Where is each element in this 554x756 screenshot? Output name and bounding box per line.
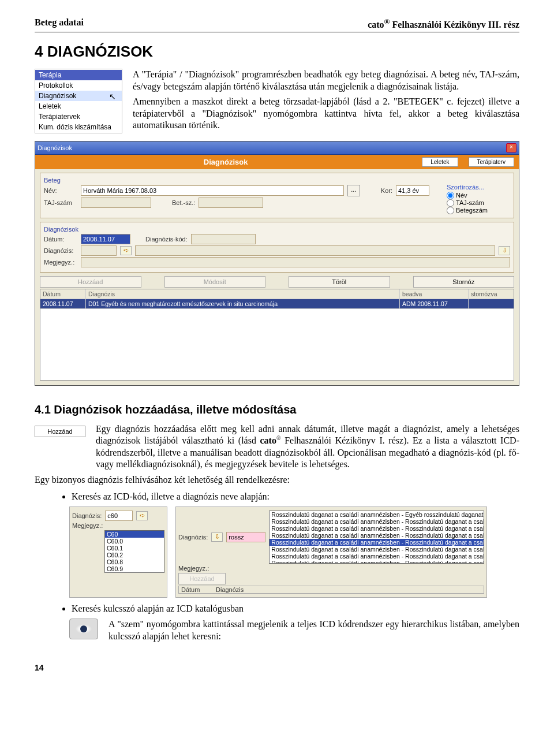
header-bar: Diagnózisok Leletek Terápiaterv: [35, 155, 519, 169]
window-titlebar: Diagnózisok ×: [35, 141, 519, 155]
header-right: cato® Felhasználói Kézikönyv III. rész: [368, 17, 519, 30]
modify-button[interactable]: Módosít: [164, 276, 266, 288]
search-by-code-shot: Diagnózis: c60 ➪ Megjegyz.: C60 C60.0 C6…: [69, 507, 167, 598]
eye-paragraph: A "szem" nyomógombra kattintással megjel…: [108, 619, 519, 642]
hozzaad-button-image[interactable]: Hozzáad: [35, 426, 85, 437]
arrow-down-icon[interactable]: ⇩: [499, 246, 510, 255]
close-icon[interactable]: ×: [506, 143, 516, 152]
sb-hozzaad-button[interactable]: Hozzáad: [178, 573, 226, 584]
leletek-button[interactable]: Leletek: [422, 157, 458, 167]
patient-panel-label: Beteg: [44, 177, 510, 184]
patient-panel: Beteg Név: Horváth Mária 1967.08.03 ... …: [40, 173, 514, 218]
sort-radio-taj[interactable]: TAJ-szám: [447, 199, 510, 207]
diagnoses-window-screenshot: Diagnózisok × Diagnózisok Leletek Terápi…: [35, 141, 519, 386]
sort-panel: Szortírozás... Név TAJ-szám Betegszám: [447, 184, 510, 214]
add-button[interactable]: Hozzáad: [40, 276, 141, 288]
sa-megj-label: Megjegyz.:: [72, 522, 103, 529]
taj-label: TAJ-szám: [44, 199, 77, 206]
name-lookup-button[interactable]: ...: [347, 185, 360, 196]
menu-item-leletek[interactable]: Leletek: [35, 101, 122, 111]
subheading-41: 4.1 Diagnózisok hozzáadása, illetve módo…: [35, 403, 519, 416]
arrow-right-icon[interactable]: ➪: [136, 511, 148, 520]
heading-diagnoses: 4 DIAGNÓZISOK: [35, 43, 519, 61]
search-by-keyword-shot: Diagnózis: ⇩ rossz Rosszindulatú daganat…: [175, 507, 487, 598]
header-left: Beteg adatai: [35, 17, 84, 30]
sb-diag-field[interactable]: rossz: [226, 532, 265, 542]
th-beadva: beadva: [400, 289, 469, 299]
betsz-field[interactable]: [199, 198, 263, 208]
menu-item-diagnozisok[interactable]: Diagnózisok ↖: [35, 91, 122, 101]
sb-megj-label: Megjegyz.:: [178, 565, 209, 572]
eye-icon[interactable]: [69, 619, 98, 639]
page-header: Beteg adatai cato® Felhasználói Kéziköny…: [35, 17, 519, 32]
sa-diag-field[interactable]: c60: [105, 511, 133, 521]
sb-th-diag: Diagnózis: [216, 586, 244, 593]
th-date: Dátum: [40, 289, 86, 299]
paragraph-41-2: Egy bizonyos diagnózis felhívásához két …: [35, 474, 519, 486]
nav-menu-screenshot: Terápia Protokollok Diagnózisok ↖ Lelete…: [35, 69, 122, 133]
diagnosis-label: Diagnózis:: [44, 247, 77, 254]
name-field[interactable]: Horváth Mária 1967.08.03: [81, 185, 344, 196]
menu-item-protokollok[interactable]: Protokollok: [35, 80, 122, 91]
diagnosis-code-field[interactable]: [81, 245, 117, 256]
sa-diag-label: Diagnózis:: [72, 512, 102, 519]
date-label: Dátum:: [44, 236, 77, 243]
age-field: 41,3 év: [396, 185, 429, 196]
diagnosis-entry-panel: Diagnózisok Dátum: 2008.11.07 Diagnózis-…: [40, 222, 514, 273]
search-screenshots: Diagnózis: c60 ➪ Megjegyz.: C60 C60.0 C6…: [69, 507, 519, 598]
cancel-button[interactable]: Stornóz: [413, 276, 515, 288]
bullet-2: Keresés kulcsszó alapján az ICD katalógu…: [72, 604, 519, 614]
menu-item-terapiatervek[interactable]: Terápiatervek: [35, 111, 122, 122]
name-label: Név:: [44, 187, 77, 194]
sort-label: Szortírozás...: [447, 184, 510, 191]
note-field[interactable]: [81, 257, 510, 267]
diagnosis-text-field[interactable]: [135, 245, 495, 256]
taj-field[interactable]: [81, 198, 151, 208]
diagnosis-table: Dátum Diagnózis beadva stornózva 2008.11…: [40, 289, 514, 381]
th-storn: stornózva: [469, 289, 514, 299]
paragraph-41-main: Egy diagnózis hozzáadása előtt meg kell …: [96, 423, 519, 471]
sb-th-date: Dátum: [179, 586, 212, 593]
sort-radio-betegszam[interactable]: Betegszám: [447, 207, 510, 214]
date-field[interactable]: 2008.11.07: [81, 234, 130, 244]
diagcode-field[interactable]: [191, 234, 256, 244]
sort-radio-name[interactable]: Név: [447, 192, 510, 199]
arrow-right-icon[interactable]: ➪: [120, 246, 132, 255]
diag-panel-label: Diagnózisok: [44, 226, 510, 233]
menu-item-terapia[interactable]: Terápia: [35, 70, 122, 80]
paragraph-1: A "Terápia" / "Diagnózisok" programrészb…: [133, 69, 519, 92]
th-diag: Diagnózis: [86, 289, 400, 299]
window-title: Diagnózisok: [38, 144, 72, 151]
paragraph-2: Amennyiben a maszkot direkt a beteg törz…: [133, 96, 519, 131]
delete-button[interactable]: Töröl: [289, 276, 390, 288]
menu-item-kum-dozis[interactable]: Kum. dózis kiszámítása: [35, 122, 122, 132]
cursor-icon: ↖: [109, 92, 116, 101]
note-label: Megjegyz.:: [44, 259, 77, 266]
page-number: 14: [35, 663, 519, 672]
age-label: Kor:: [381, 187, 392, 194]
table-row[interactable]: 2008.11.07 D01 Egyéb és nem meghatározot…: [40, 299, 514, 309]
terapiaterv-button[interactable]: Terápiaterv: [469, 157, 514, 167]
arrow-down-icon[interactable]: ⇩: [211, 532, 223, 542]
bullet-1: Keresés az ICD-kód, illetve a diagnózis …: [72, 491, 519, 502]
diagcode-label: Diagnózis-kód:: [145, 236, 188, 243]
sa-dropdown[interactable]: C60 C60.0 C60.1 C60.2 C60.8 C60.9: [104, 530, 164, 573]
betsz-label: Bet.-sz.:: [172, 199, 195, 206]
sb-dropdown[interactable]: Rosszindulatú daganat a családi anamnézi…: [269, 511, 484, 564]
sb-diag-label: Diagnózis:: [178, 534, 208, 541]
header-bar-title: Diagnózisok: [40, 158, 411, 166]
